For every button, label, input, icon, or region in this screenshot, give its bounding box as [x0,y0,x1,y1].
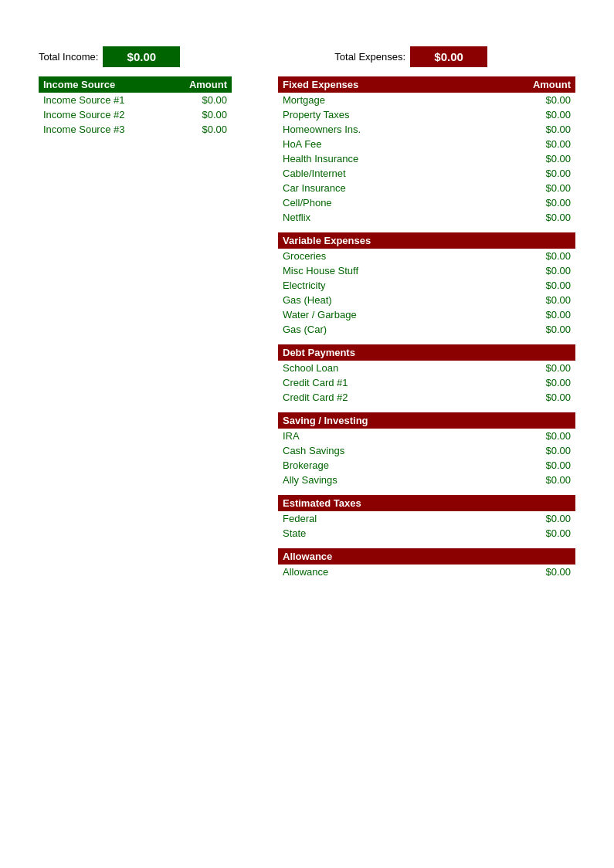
total-income-label: Total Income: [39,51,103,63]
table-row: Cable/Internet$0.00 [278,166,575,181]
variable-expenses-label: Variable Expenses [283,235,371,246]
row-label: Credit Card #2 [283,392,348,403]
row-value: $0.00 [202,109,227,120]
row-label: Cash Savings [283,445,344,456]
table-row: Ally Savings$0.00 [278,473,575,487]
table-row: Allowance$0.00 [278,565,575,579]
row-value: $0.00 [545,153,571,164]
row-label: Electricity [283,280,326,291]
income-rows: Income Source #1$0.00Income Source #2$0.… [39,93,232,137]
table-row: Gas (Car)$0.00 [278,322,575,337]
debt-payments-label: Debt Payments [283,347,355,358]
total-expenses-block: Total Expenses: $0.00 [334,46,487,67]
estimated-taxes-label: Estimated Taxes [283,497,361,509]
row-label: School Loan [283,362,338,374]
row-value: $0.00 [545,309,571,320]
table-row: Mortgage$0.00 [278,93,575,107]
row-label: Misc House Stuff [283,265,358,276]
row-value: $0.00 [545,94,571,106]
expenses-panel: Fixed Expenses Amount Mortgage$0.00Prope… [278,76,575,579]
row-label: Federal [283,513,317,524]
table-row: Water / Garbage$0.00 [278,307,575,322]
row-value: $0.00 [545,513,571,524]
table-row: Misc House Stuff$0.00 [278,263,575,278]
table-row: Income Source #3$0.00 [39,122,232,137]
row-value: $0.00 [545,265,571,276]
table-row: Income Source #2$0.00 [39,107,232,122]
table-row: Electricity$0.00 [278,278,575,293]
row-label: Gas (Car) [283,324,327,335]
row-label: Income Source #3 [43,124,125,135]
estimated-taxes-header: Estimated Taxes [278,495,575,511]
row-value: $0.00 [545,182,571,194]
row-label: IRA [283,430,300,442]
table-row: Brokerage$0.00 [278,458,575,473]
table-row: Federal$0.00 [278,511,575,526]
row-label: Gas (Heat) [283,294,332,306]
table-row: Cell/Phone$0.00 [278,195,575,210]
row-value: $0.00 [545,197,571,209]
row-value: $0.00 [545,430,571,442]
row-value: $0.00 [545,324,571,335]
row-label: Income Source #1 [43,94,125,106]
row-value: $0.00 [545,168,571,179]
row-label: Brokerage [283,459,329,471]
row-label: Homeowners Ins. [283,124,361,135]
table-row: Groceries$0.00 [278,249,575,263]
row-label: HoA Fee [283,138,322,150]
allowance-header: Allowance [278,548,575,565]
table-row: Gas (Heat)$0.00 [278,293,575,307]
row-label: Allowance [283,566,328,578]
row-value: $0.00 [545,474,571,486]
table-row: Credit Card #2$0.00 [278,390,575,405]
saving-investing-header: Saving / Investing [278,412,575,429]
table-row: Car Insurance$0.00 [278,181,575,195]
row-label: Cable/Internet [283,168,346,179]
row-value: $0.00 [545,250,571,262]
saving-investing-label: Saving / Investing [283,415,368,426]
income-header-label: Income Source [43,79,115,90]
row-label: Mortgage [283,94,325,106]
row-label: Credit Card #1 [283,377,348,388]
fixed-expenses-amount: Amount [533,79,571,90]
income-header-amount: Amount [189,79,227,90]
table-row: Health Insurance$0.00 [278,151,575,166]
page: Total Income: $0.00 Total Expenses: $0.0… [0,0,614,626]
estimated-taxes-rows: Federal$0.00State$0.00 [278,511,575,541]
row-label: Car Insurance [283,182,346,194]
row-label: Ally Savings [283,474,338,486]
row-value: $0.00 [545,124,571,135]
row-value: $0.00 [545,377,571,388]
table-row: IRA$0.00 [278,429,575,443]
table-row: Homeowners Ins.$0.00 [278,122,575,137]
row-label: Water / Garbage [283,309,357,320]
row-label: Property Taxes [283,109,349,120]
row-value: $0.00 [545,362,571,374]
fixed-expenses-rows: Mortgage$0.00Property Taxes$0.00Homeowne… [278,93,575,225]
fixed-expenses-label: Fixed Expenses [283,79,358,90]
total-income-block: Total Income: $0.00 [39,46,180,67]
table-row: State$0.00 [278,526,575,541]
debt-payments-header: Debt Payments [278,344,575,361]
total-income-value: $0.00 [103,46,180,67]
allowance-label: Allowance [283,551,332,562]
allowance-rows: Allowance$0.00 [278,565,575,579]
row-value: $0.00 [545,392,571,403]
row-value: $0.00 [545,445,571,456]
fixed-expenses-header: Fixed Expenses Amount [278,76,575,93]
table-row: Cash Savings$0.00 [278,443,575,458]
row-value: $0.00 [545,109,571,120]
income-panel: Income Source Amount Income Source #1$0.… [39,76,232,137]
row-label: State [283,527,306,539]
table-row: HoA Fee$0.00 [278,137,575,151]
row-label: Income Source #2 [43,109,125,120]
row-value: $0.00 [545,138,571,150]
row-value: $0.00 [545,527,571,539]
row-label: Groceries [283,250,326,262]
table-row: Income Source #1$0.00 [39,93,232,107]
row-label: Cell/Phone [283,197,332,209]
debt-payments-rows: School Loan$0.00Credit Card #1$0.00Credi… [278,361,575,405]
total-expenses-value: $0.00 [410,46,487,67]
variable-expenses-rows: Groceries$0.00Misc House Stuff$0.00Elect… [278,249,575,337]
row-value: $0.00 [202,94,227,106]
